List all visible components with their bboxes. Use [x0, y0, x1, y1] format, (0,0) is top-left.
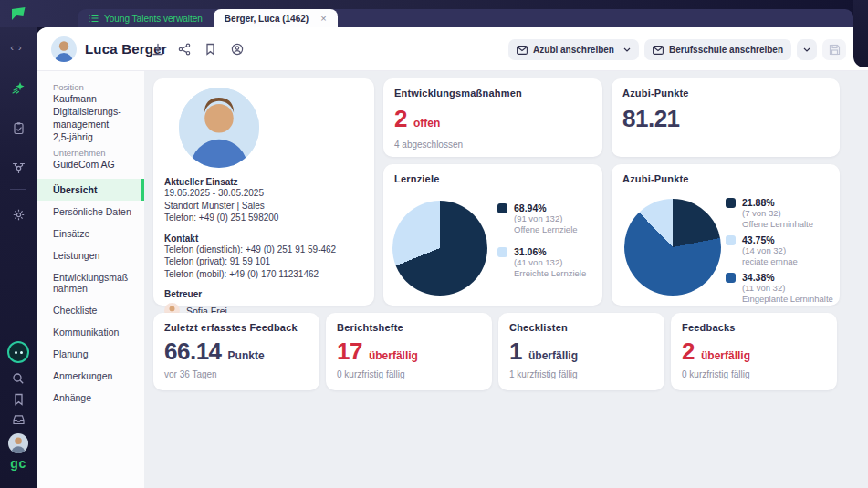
tab-label: Young Talents verwalten: [104, 14, 203, 24]
card-title: Lernziele: [394, 173, 591, 184]
avatar: [51, 36, 77, 62]
phone-mobil: Telefon (mobil): +49 (0) 170 11231462: [164, 269, 363, 281]
envelope-icon: [517, 46, 528, 55]
user-avatar[interactable]: [0, 433, 37, 453]
overview-content: Aktueller Einsatz 19.05.2025 - 30.05.202…: [144, 71, 868, 488]
gear-icon[interactable]: [0, 208, 37, 222]
card-title: Entwicklungsmaßnahmen: [394, 88, 591, 99]
legend-item: 21.88% (7 von 32) Offene Lerninhalte: [726, 197, 833, 229]
azubi-punkte-legend: 21.88% (7 von 32) Offene Lerninhalte 43.…: [726, 197, 833, 304]
list-icon: [89, 14, 99, 23]
azubi-punkte-card: Azubi-Punkte 81.21: [612, 78, 840, 157]
legend-item: 31.06% (41 von 132) Erreichte Lernziele: [497, 246, 586, 278]
lernziele-pie-chart: [392, 201, 487, 296]
azubi-punkte-pie-chart: [624, 199, 721, 296]
bookmark-icon[interactable]: [204, 43, 217, 56]
corner-decoration: [853, 0, 868, 67]
button-label: Berufsschule anschreiben: [669, 45, 783, 55]
sidebar-item-anmerkungen[interactable]: Anmerkungen: [37, 365, 144, 387]
sidebar-item-persoenliche-daten[interactable]: Persönliche Daten: [37, 201, 144, 223]
sidebar-item-uebersicht[interactable]: Übersicht: [37, 179, 144, 201]
sidebar-item-entwicklungsmassnahmen[interactable]: Entwicklungsmaßnahmen: [37, 266, 139, 299]
sidebar-item-leistungen[interactable]: Leistungen: [37, 244, 144, 266]
chevron-down-icon: [803, 47, 810, 52]
content-panel: Luca Berger Azubi anschreiben: [37, 27, 868, 488]
bookmark-icon[interactable]: [0, 393, 37, 406]
checklisten-sub: 1 kurzfristig fällig: [509, 369, 654, 379]
einsatz-label: Aktueller Einsatz: [164, 177, 363, 187]
clipboard-icon[interactable]: [0, 121, 37, 135]
company-value: GuideCom AG: [53, 158, 137, 171]
save-button[interactable]: [822, 39, 846, 60]
berichtshefte-suffix: überfällig: [369, 349, 418, 362]
position-value: Kaufmann Digitalisierungs- management 2,…: [53, 92, 137, 143]
legend-item: 43.75% (14 von 32) reciate ernnae: [726, 234, 833, 266]
feedback-stat-card: Zuletzt erfasstes Feedback 66.14 Punkte …: [153, 313, 319, 390]
assistant-robot-icon[interactable]: [0, 341, 37, 363]
einsatz-dates: 19.05.2025 - 30.05.2025: [164, 188, 363, 200]
close-icon[interactable]: ×: [320, 13, 326, 24]
legend-swatch: [497, 203, 507, 213]
betreuer-label: Betreuer: [164, 289, 363, 299]
card-title: Azubi-Punkte: [622, 88, 829, 99]
feedback-sub: vor 36 Tagen: [164, 369, 309, 379]
card-title: Zuletzt erfasstes Feedback: [164, 322, 309, 333]
profile-circle-icon[interactable]: [231, 43, 244, 56]
profile-photo: [179, 88, 259, 168]
chevron-down-icon: [623, 47, 631, 52]
button-label: Azubi anschreiben: [533, 45, 614, 55]
azubi-anschreiben-button[interactable]: Azubi anschreiben: [508, 39, 639, 60]
berichtshefte-stat-card: Berichtshefte 17 überfällig 0 kurzfristi…: [326, 313, 492, 390]
talents-star-icon[interactable]: [0, 80, 37, 96]
sidebar-item-kommunikation[interactable]: Kommunikation: [37, 321, 144, 343]
legend-swatch: [726, 273, 736, 283]
phone-privat: Telefon (privat): 91 59 101: [164, 256, 363, 268]
feedbacks-suffix: überfällig: [701, 349, 750, 362]
sidebar-item-planung[interactable]: Planung: [37, 343, 144, 365]
rail-divider: [10, 189, 26, 190]
envelope-icon: [653, 46, 664, 55]
sidebar-nav: Übersicht Persönliche Daten Einsätze Lei…: [37, 179, 144, 409]
berichtshefte-value: 17: [337, 338, 362, 364]
inbox-icon[interactable]: [0, 413, 37, 426]
entwicklungsmassnahmen-card: Entwicklungsmaßnahmen 2 offen 4 abgeschl…: [383, 78, 602, 157]
feedbacks-sub: 0 kurzfristig fällig: [682, 369, 826, 379]
kontakt-label: Kontakt: [164, 234, 363, 244]
phone-dienstlich: Telefon (dienstlich): +49 (0) 251 91 59-…: [164, 244, 363, 256]
gc-logo: gc: [0, 456, 37, 471]
tab-young-talents[interactable]: Young Talents verwalten: [78, 9, 214, 27]
legend-swatch: [726, 235, 736, 245]
history-chevrons[interactable]: ‹›: [0, 42, 37, 53]
card-title: Checklisten: [509, 322, 654, 333]
checklisten-value: 1: [509, 338, 522, 364]
legend-item: 68.94% (91 von 132) Offene Lernziele: [497, 202, 586, 234]
section-sidebar: Position Kaufmann Digitalisierungs- mana…: [37, 71, 144, 488]
share-icon[interactable]: [178, 43, 191, 56]
card-title: Berichtshefte: [337, 322, 481, 333]
card-title: Feedbacks: [682, 322, 826, 333]
offen-count: 2: [394, 106, 407, 131]
berufsschule-dropdown-button[interactable]: [797, 39, 817, 60]
abgeschlossen-count: 4 abgeschlossen: [394, 140, 591, 150]
drone-icon[interactable]: [0, 161, 37, 175]
download-icon[interactable]: [152, 43, 164, 56]
search-icon[interactable]: [0, 372, 37, 385]
legend-swatch: [726, 198, 736, 208]
company-label: Unternehmen: [53, 148, 137, 158]
berufsschule-anschreiben-button[interactable]: Berufsschule anschreiben: [644, 39, 791, 60]
sidebar-item-anhaenge[interactable]: Anhänge: [37, 387, 144, 409]
lernziele-legend: 68.94% (91 von 132) Offene Lernziele 31.…: [497, 202, 586, 278]
left-rail: ‹› gc: [0, 0, 37, 488]
card-title: Azubi-Punkte: [622, 173, 829, 184]
feedbacks-value: 2: [682, 338, 695, 364]
sidebar-item-einsaetze[interactable]: Einsätze: [37, 223, 144, 244]
tab-strip: Young Talents verwalten Berger, Luca (14…: [78, 9, 853, 27]
guidecom-logo-icon: [11, 6, 26, 22]
sidebar-item-checkliste[interactable]: Checkliste: [37, 299, 144, 321]
tab-berger-luca[interactable]: Berger, Luca (1462) ×: [214, 9, 338, 27]
punkte-value: 81.21: [622, 106, 680, 131]
legend-swatch: [497, 247, 507, 257]
app-window: ‹› gc: [0, 0, 868, 488]
einsatz-location: Standort Münster | Sales: [164, 201, 363, 213]
floppy-save-icon: [829, 44, 841, 56]
